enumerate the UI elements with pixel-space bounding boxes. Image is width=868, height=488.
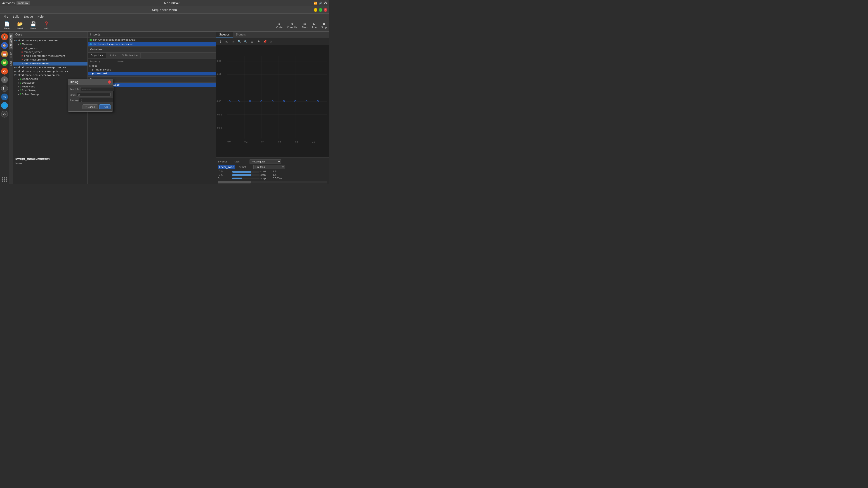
axes-select[interactable]: Rectangular xyxy=(250,159,281,164)
param-row-start: -0.5 start 1.5 xyxy=(218,170,327,173)
tree-item-sknrf-complex[interactable]: ▶ s sknrf.model.sequencer.sweep.complex xyxy=(13,66,88,69)
help-sidebar-icon[interactable]: ? xyxy=(1,76,8,83)
scroll-thumb[interactable] xyxy=(218,181,251,184)
svg-text:0.2: 0.2 xyxy=(244,140,248,143)
close-button[interactable]: ✕ xyxy=(324,8,327,12)
svg-text:0.4: 0.4 xyxy=(261,140,265,143)
home-icon[interactable]: 🏠 xyxy=(1,42,8,49)
chart-download-icon[interactable]: ↓ xyxy=(218,39,223,44)
dialog-kwargs-label: kwargs xyxy=(70,99,79,102)
save-button[interactable]: 💾 Save xyxy=(28,20,38,31)
code-button[interactable]: ≡ Code xyxy=(276,23,283,29)
activities-button[interactable]: Activities xyxy=(2,2,15,5)
tree-item-swept-meas[interactable]: ✕ swept_measurement xyxy=(13,62,88,66)
browser-icon[interactable]: 🌐 xyxy=(1,102,8,109)
compile-button[interactable]: ⚙ Compile xyxy=(287,23,297,29)
ubuntu-icon[interactable]: 🐧 xyxy=(1,33,8,40)
maximize-button[interactable]: □ xyxy=(319,8,322,12)
chart-close-icon[interactable]: ✕ xyxy=(269,39,274,44)
tab-log[interactable]: Log xyxy=(9,60,13,67)
chart-circle2-icon[interactable]: ◎ xyxy=(230,39,236,44)
tree-arrow: ▶ xyxy=(14,70,16,72)
chart-circle1-icon[interactable]: ◎ xyxy=(224,39,229,44)
files-icon[interactable]: 📁 xyxy=(1,59,8,66)
dialog-args-label: args xyxy=(70,93,76,96)
desc-panel: swept_measurement None xyxy=(13,155,88,184)
help-label: Help xyxy=(43,27,49,30)
new-button[interactable]: 📄 New xyxy=(2,20,11,31)
import-item-measure[interactable]: sknrf.model.sequencer.measure xyxy=(88,42,216,46)
dialog-args-input[interactable] xyxy=(76,93,111,97)
tree-arrow: ▶ xyxy=(18,89,20,92)
menu-file[interactable]: File xyxy=(2,14,10,19)
menu-debug[interactable]: Debug xyxy=(22,14,35,19)
tab-signals[interactable]: Signals xyxy=(233,32,249,38)
file-tab[interactable]: main.py xyxy=(17,1,30,5)
sweep-item-selected[interactable]: linear_swee xyxy=(218,165,235,169)
step-button[interactable]: ⏭ Step xyxy=(302,23,307,29)
chart-zoom-out-icon[interactable]: 🔍 xyxy=(243,39,248,44)
vars-tab-limits[interactable]: Limits xyxy=(106,53,119,58)
core-header: Core xyxy=(13,32,88,38)
terminal-icon[interactable]: $_ xyxy=(1,85,8,92)
minimize-button[interactable]: _ xyxy=(314,8,317,12)
tree-item-skip-meas[interactable]: ✕ skip_measurement xyxy=(13,58,88,62)
imports-header: Imports: xyxy=(88,32,216,38)
tree-item-remove-sweep[interactable]: ✕ remove_sweep xyxy=(13,50,88,54)
chart-plus-icon[interactable]: ⊕ xyxy=(250,39,254,44)
stop-label: Stop xyxy=(321,26,327,29)
format-select[interactable]: Lin_Mag xyxy=(253,165,285,169)
tab-sequencer[interactable]: Sequencer xyxy=(9,33,13,50)
chart-eye-icon[interactable]: 👁 xyxy=(256,39,261,44)
stop-button[interactable]: ⏹ Stop xyxy=(321,23,327,29)
menu-help[interactable]: Help xyxy=(36,14,45,19)
tree-item-measure[interactable]: ▼ C Measure xyxy=(13,42,88,46)
vars-tab-properties[interactable]: Properties xyxy=(88,53,106,58)
tree-label: sknrf.model.sequencer.measure xyxy=(18,39,58,42)
tree-item-add-sweep[interactable]: ✕ add_sweep xyxy=(13,46,88,50)
dialog-kwargs-input[interactable] xyxy=(79,98,113,102)
compile-icon: ⚙ xyxy=(291,23,293,26)
horizontal-scrollbar[interactable] xyxy=(218,181,327,184)
tree-item-sknrf-freq[interactable]: ▶ s sknrf.model.sequencer.sweep.frequenc… xyxy=(13,69,88,73)
load-button[interactable]: 📂 Load xyxy=(15,20,25,31)
vars-row-dict[interactable]: ▶ dict xyxy=(88,64,216,68)
dialog-module-input[interactable] xyxy=(80,87,114,91)
tree-item-sknrf-real[interactable]: ▼ s sknrf.model.sequencer.sweep.real xyxy=(13,73,88,77)
apps-grid-icon[interactable] xyxy=(1,176,8,183)
help-button[interactable]: ❓ Help xyxy=(41,20,51,31)
tree-icon-c: C xyxy=(20,78,22,80)
tree-arrow: ▼ xyxy=(18,43,20,46)
vars-prop: dict xyxy=(92,64,119,67)
svg-text:-0.02: -0.02 xyxy=(217,113,222,116)
chart-pin-icon[interactable]: 📌 xyxy=(262,39,267,44)
vars-row-linear-sweep[interactable]: ▶ linear_sweep xyxy=(88,68,216,72)
settings-icon[interactable]: ⚙ xyxy=(1,111,8,118)
menu-build[interactable]: Build xyxy=(11,14,21,19)
dialog-buttons: ✕ Cancel ✓ OK xyxy=(70,103,111,109)
calendar-icon[interactable]: 📅 xyxy=(1,51,8,57)
dialog-close-button[interactable]: ✕ xyxy=(108,80,111,84)
vars-row-measure1[interactable]: ▶ measure1 xyxy=(88,72,216,75)
vars-tab-optimization[interactable]: Optimization xyxy=(119,53,141,58)
tree-item-single-sparam[interactable]: ✕ single_sparameter_measurement xyxy=(13,54,88,58)
chart-toolbar: ↓ ◎ ◎ 🔍 🔍 ⊕ 👁 📌 ✕ xyxy=(216,38,329,45)
import-dot-green xyxy=(90,39,92,41)
tab-sweeps[interactable]: Sweeps xyxy=(216,32,233,38)
chart-zoom-in-icon[interactable]: 🔍 xyxy=(237,39,242,44)
tab-main[interactable]: Main xyxy=(9,51,13,59)
run-button[interactable]: ▶ Run xyxy=(312,23,317,29)
vars-header-row: Property Value xyxy=(88,59,216,64)
pycharm-icon[interactable]: PC xyxy=(1,94,8,100)
import-item-sweep-real[interactable]: sknrf.model.sequencer.sweep.real xyxy=(88,38,216,42)
tree-item-sknrf-measure[interactable]: ▼ s sknrf.model.sequencer.measure xyxy=(13,39,88,42)
dialog-ok-button[interactable]: ✓ OK xyxy=(99,104,111,109)
variables-header: Variables: xyxy=(88,46,216,53)
vars-arrow: ▶ xyxy=(92,72,94,75)
desc-text: None xyxy=(16,162,85,165)
dialog-cancel-button[interactable]: ✕ Cancel xyxy=(83,104,98,109)
desc-title: swept_measurement xyxy=(16,157,85,160)
apps-icon[interactable]: ⚙ xyxy=(1,68,8,74)
stop-icon: ⏹ xyxy=(323,23,325,26)
tree-icon-x: ✕ xyxy=(21,55,23,57)
